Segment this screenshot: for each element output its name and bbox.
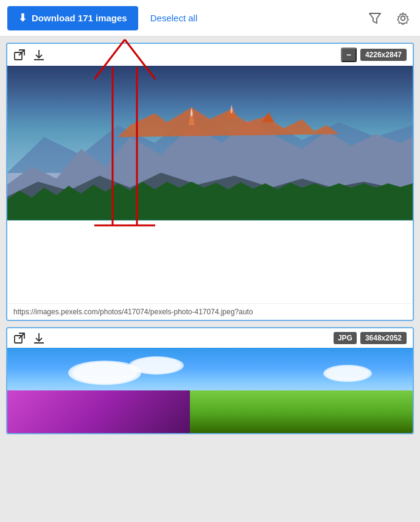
card-2-actions xyxy=(13,332,45,344)
main-toolbar: ⬇ Download 171 images Deselect all xyxy=(0,0,420,37)
image-dimensions-badge: 4226x2847 xyxy=(360,49,407,61)
purple-field xyxy=(7,390,190,433)
cloud-2 xyxy=(129,356,184,375)
sky-image xyxy=(7,348,413,433)
image-format-badge: JPG xyxy=(334,332,357,344)
svg-marker-14 xyxy=(118,107,339,137)
svg-marker-6 xyxy=(369,13,380,23)
svg-point-7 xyxy=(401,16,405,20)
image-dimensions-badge-2: 3648x2052 xyxy=(360,332,407,344)
deselect-all-button[interactable]: Deselect all xyxy=(145,10,203,26)
download-single-button-2[interactable] xyxy=(33,332,45,344)
card-2-header: JPG 3648x2052 xyxy=(7,328,413,348)
open-external-button-2[interactable] xyxy=(13,332,26,344)
download-button[interactable]: ⬇ Download 171 images xyxy=(7,6,138,30)
toolbar-actions xyxy=(365,9,413,28)
green-field xyxy=(190,390,413,433)
card-2-meta: JPG 3648x2052 xyxy=(334,332,407,344)
external-link-icon-2 xyxy=(13,332,26,344)
download-icon: ⬇ xyxy=(18,12,27,24)
svg-marker-21 xyxy=(7,182,413,220)
filter-icon xyxy=(368,12,382,25)
image-card: − 4226x2847 xyxy=(6,43,414,321)
settings-icon xyxy=(396,12,410,25)
download-button-label: Download 171 images xyxy=(32,13,127,23)
card-1-meta: − 4226x2847 xyxy=(341,48,407,62)
filter-button[interactable] xyxy=(365,9,385,28)
external-link-icon xyxy=(13,49,26,61)
download-single-icon xyxy=(33,49,45,61)
settings-button[interactable] xyxy=(393,9,413,28)
download-single-button[interactable] xyxy=(33,49,45,61)
card-1-actions xyxy=(13,49,45,61)
open-external-button[interactable] xyxy=(13,49,26,61)
mountain-image xyxy=(7,66,413,303)
image-card-2: JPG 3648x2052 xyxy=(6,327,414,434)
image-url: https://images.pexels.com/photos/417074/… xyxy=(7,303,413,320)
image-list: − 4226x2847 xyxy=(0,37,420,522)
card-1-header: − 4226x2847 xyxy=(7,44,413,66)
download-single-icon-2 xyxy=(33,332,45,344)
minus-button[interactable]: − xyxy=(341,48,357,62)
cloud-3 xyxy=(323,365,372,382)
svg-marker-19 xyxy=(230,104,233,113)
mountains-layer xyxy=(7,90,413,220)
